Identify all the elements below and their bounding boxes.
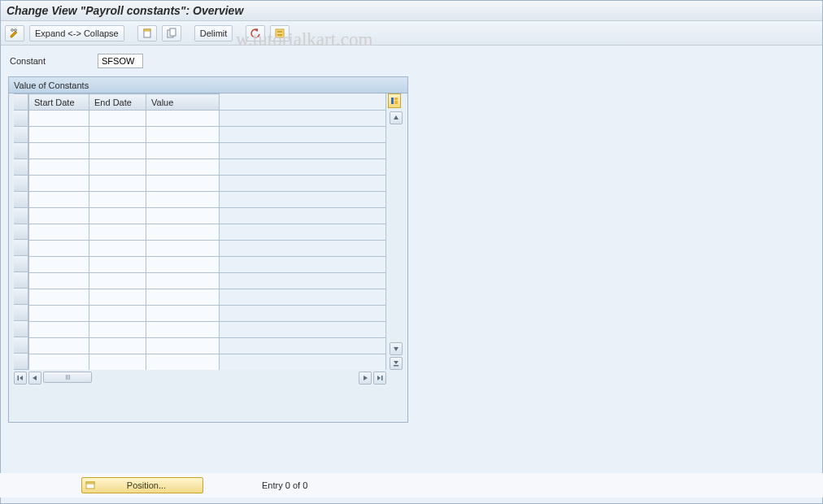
cell-start[interactable] [29,208,89,224]
new-entries-button[interactable] [137,25,157,41]
hscroll-thumb[interactable] [43,371,92,383]
cell-value[interactable] [146,241,220,257]
cell-value[interactable] [146,322,220,338]
table-row[interactable] [29,289,386,306]
cell-start[interactable] [29,322,89,338]
expand-collapse-button[interactable]: Expand <-> Collapse [29,25,124,41]
vscroll-track[interactable] [390,126,403,341]
constants-grid[interactable]: Start Date End Date Value [28,93,386,370]
cell-end[interactable] [89,354,146,371]
scroll-down-button[interactable] [390,342,403,355]
table-row[interactable] [29,208,386,224]
cell-start[interactable] [29,289,89,306]
cell-start[interactable] [29,257,89,273]
cell-end[interactable] [89,208,146,224]
cell-value[interactable] [146,143,220,159]
table-row[interactable] [29,306,386,322]
table-row[interactable] [29,338,386,354]
col-value[interactable]: Value [146,94,220,111]
row-selector[interactable] [14,354,28,370]
cell-value[interactable] [146,111,220,127]
cell-end[interactable] [89,143,146,159]
table-row[interactable] [29,224,386,241]
scroll-right-button[interactable] [359,371,372,385]
table-row[interactable] [29,143,386,159]
row-selector[interactable] [14,272,28,289]
cell-start[interactable] [29,111,89,127]
scroll-left-button[interactable] [28,371,41,385]
cell-value[interactable] [146,208,220,224]
cell-end[interactable] [89,192,146,208]
cell-end[interactable] [89,289,146,306]
row-selector[interactable] [14,176,28,192]
table-settings-button[interactable] [388,93,401,108]
cell-value[interactable] [146,354,220,371]
cell-value[interactable] [146,127,220,143]
cell-end[interactable] [89,241,146,257]
cell-end[interactable] [89,224,146,241]
cell-end[interactable] [89,176,146,192]
undo-change-button[interactable] [246,25,265,41]
table-row[interactable] [29,192,386,208]
hscroll-track[interactable] [43,371,357,385]
display-change-toggle-button[interactable] [5,25,24,41]
cell-value[interactable] [146,176,220,192]
cell-start[interactable] [29,306,89,322]
cell-start[interactable] [29,159,89,176]
row-selector[interactable] [14,240,28,256]
cell-end[interactable] [89,306,146,322]
cell-end[interactable] [89,322,146,338]
row-selector[interactable] [14,289,28,305]
row-selector[interactable] [14,192,28,208]
cell-value[interactable] [146,306,220,322]
horizontal-scrollbar[interactable] [14,371,386,385]
cell-end[interactable] [89,338,146,354]
row-selector[interactable] [14,337,28,354]
scroll-first-button[interactable] [14,371,27,385]
row-selector[interactable] [14,111,28,127]
cell-start[interactable] [29,354,89,371]
cell-end[interactable] [89,127,146,143]
row-selector[interactable] [14,224,28,241]
position-button[interactable]: Position... [81,477,203,493]
table-row[interactable] [29,322,386,338]
col-end-date[interactable]: End Date [89,94,146,111]
cell-start[interactable] [29,143,89,159]
select-all-button[interactable] [270,25,290,41]
constant-input[interactable] [98,54,143,68]
cell-start[interactable] [29,241,89,257]
cell-start[interactable] [29,273,89,289]
copy-as-button[interactable] [162,25,181,41]
cell-start[interactable] [29,127,89,143]
table-row[interactable] [29,127,386,143]
delimit-button[interactable]: Delimit [194,25,233,41]
cell-start[interactable] [29,224,89,241]
table-row[interactable] [29,111,386,127]
table-row[interactable] [29,159,386,176]
row-selector[interactable] [14,127,28,143]
cell-start[interactable] [29,176,89,192]
cell-value[interactable] [146,257,220,273]
cell-end[interactable] [89,273,146,289]
cell-start[interactable] [29,338,89,354]
row-selector[interactable] [14,208,28,224]
cell-value[interactable] [146,289,220,306]
scroll-last-button[interactable] [373,371,386,385]
row-selector[interactable] [14,256,28,272]
cell-start[interactable] [29,192,89,208]
row-selector[interactable] [14,159,28,176]
row-selector[interactable] [14,305,28,321]
cell-value[interactable] [146,273,220,289]
table-row[interactable] [29,354,386,371]
scroll-up-button[interactable] [390,111,403,124]
col-start-date[interactable]: Start Date [29,94,89,111]
cell-value[interactable] [146,224,220,241]
table-row[interactable] [29,257,386,273]
scroll-end-button[interactable] [390,357,403,370]
vertical-scrollbar[interactable] [390,111,403,370]
cell-end[interactable] [89,111,146,127]
table-row[interactable] [29,273,386,289]
table-row[interactable] [29,241,386,257]
cell-end[interactable] [89,257,146,273]
row-selector[interactable] [14,143,28,159]
